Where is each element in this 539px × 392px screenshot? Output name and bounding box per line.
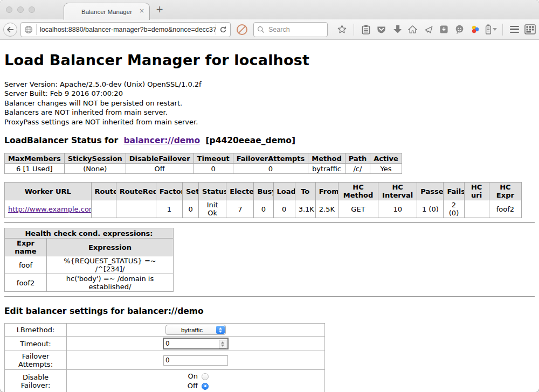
send-plane-icon — [424, 25, 433, 34]
new-tab-button[interactable]: + — [156, 4, 163, 15]
reading-list-icon — [362, 25, 370, 34]
balancer-status-table: MaxMembers StickySession DisableFailover… — [4, 153, 402, 174]
table-header-row: MaxMembers StickySession DisableFailover… — [5, 153, 402, 164]
table-title-row: Health check cond. expressions: — [5, 228, 174, 239]
back-button[interactable] — [3, 23, 17, 37]
colored-dots-icon — [470, 24, 480, 34]
search-bar[interactable] — [253, 22, 328, 37]
radio-off-label: Off — [188, 382, 198, 390]
url-input[interactable]: localhost:8880/balancer-manager?b=demo&n… — [37, 26, 216, 33]
smiley-icon — [454, 24, 465, 34]
bookmark-star-icon — [337, 24, 347, 34]
square-download-icon — [439, 25, 448, 34]
browser-window: Balancer Manager × + localhost:8880/bala… — [0, 0, 539, 392]
downloads-button[interactable] — [389, 22, 405, 38]
server-version: Server Version: Apache/2.5.0-dev (Unix) … — [4, 80, 535, 89]
toolbar-buttons — [334, 22, 538, 38]
search-icon — [257, 26, 265, 33]
server-built: Server Built: Feb 9 2016 07:00:20 — [4, 89, 535, 99]
page-title: Load Balancer Manager for localhost — [4, 52, 535, 68]
back-icon — [6, 26, 14, 33]
chevron-down-icon — [493, 28, 497, 31]
table-header-row: Expr name Expression — [5, 239, 174, 256]
reload-button[interactable] — [216, 26, 230, 33]
divider — [4, 222, 535, 223]
balancer-demo-link[interactable]: balancer://demo — [123, 136, 200, 145]
divider — [4, 296, 535, 297]
notice-inherit: Balancers are NOT inherited from main se… — [4, 108, 535, 117]
failover-attempts-label: Failover Attempts: — [5, 351, 67, 370]
toolbar-divider — [354, 24, 354, 36]
table-row: http://www.example.com/ 1 0 Init Ok 7 0 … — [5, 200, 522, 218]
failover-attempts-row: Failover Attempts: — [5, 351, 325, 370]
tab-bar: Balancer Manager × + — [0, 0, 539, 19]
send-tab-button[interactable] — [420, 22, 436, 38]
failover-on-radio[interactable] — [202, 373, 209, 380]
worker-url-link[interactable]: http://www.example.com/ — [8, 205, 91, 213]
reload-icon — [219, 26, 227, 33]
lbmethod-select[interactable]: bytraffic — [165, 325, 226, 335]
balancer-settings-form: LBmethod: bytraffic Timeout: 0 — [4, 323, 325, 392]
toolbar-divider — [502, 24, 503, 36]
hamburger-icon — [510, 26, 519, 33]
timeout-label: Timeout: — [5, 337, 67, 351]
window-controls — [6, 6, 35, 13]
chat-smiley-button[interactable] — [452, 22, 467, 38]
home-icon — [407, 25, 418, 34]
minimize-window-button[interactable] — [17, 6, 24, 13]
browser-tab[interactable]: Balancer Manager × — [64, 3, 150, 20]
notice-proxypass: ProxyPass settings are NOT inherited fro… — [4, 117, 535, 127]
timeout-input[interactable]: 0 — [163, 338, 229, 349]
radio-on-label: On — [188, 372, 198, 381]
table-header-row: Worker URL Route RouteRedir Factor Set S… — [5, 183, 522, 200]
lbmethod-row: LBmethod: bytraffic — [5, 324, 325, 337]
failover-off-radio[interactable] — [202, 383, 209, 390]
search-input[interactable] — [267, 25, 321, 34]
nav-toolbar: localhost:8880/balancer-manager?b=demo&n… — [0, 19, 539, 40]
url-bar[interactable]: localhost:8880/balancer-manager?b=demo&n… — [20, 22, 231, 37]
worker-status-table: Worker URL Route RouteRedir Factor Set S… — [4, 182, 522, 218]
download-arrow-icon — [392, 25, 402, 34]
menu-button[interactable] — [507, 22, 522, 38]
disable-failover-row: Disable Failover: On Off — [5, 370, 325, 392]
lbmethod-label: LBmethod: — [5, 324, 67, 337]
globe-icon — [24, 25, 33, 34]
table-row: foof %{REQUEST_STATUS} =~ /^[234]/ — [5, 256, 174, 274]
table-row: 6 [1 Used] (None) Off 0 0 bytraffic /c/ … — [5, 164, 402, 174]
tab-title: Balancer Manager — [81, 9, 132, 15]
home-button[interactable] — [405, 22, 420, 38]
page-content: Load Balancer Manager for localhost Serv… — [0, 40, 539, 392]
tiles-button[interactable] — [522, 22, 538, 38]
server-info: Server Version: Apache/2.5.0-dev (Unix) … — [4, 80, 535, 127]
number-spinner-icon[interactable] — [219, 340, 226, 348]
edit-settings-heading: Edit balancer settings for balancer://de… — [4, 306, 535, 316]
disable-failover-label: Disable Failover: — [5, 370, 67, 392]
battery-extension-button[interactable] — [483, 22, 499, 38]
timeout-row: Timeout: 0 — [5, 337, 325, 351]
battery-icon — [485, 24, 492, 34]
pocket-icon — [376, 25, 386, 34]
select-stepper-icon — [216, 326, 225, 334]
reading-list-button[interactable] — [358, 22, 374, 38]
health-check-table: Health check cond. expressions: Expr nam… — [4, 228, 174, 292]
tiles-icon — [524, 24, 536, 34]
notice-persist: Balancer changes will NOT be persisted o… — [4, 99, 535, 108]
pocket-button[interactable] — [374, 22, 389, 38]
tab-close-icon[interactable]: × — [139, 8, 144, 14]
content-block-icon[interactable] — [237, 24, 247, 35]
zoom-window-button[interactable] — [29, 6, 35, 13]
colored-dots-extension-button[interactable] — [467, 22, 483, 38]
table-row: foof2 hc('body') =~ /domain is establish… — [5, 274, 174, 292]
site-identity-button[interactable] — [21, 25, 36, 34]
close-window-button[interactable] — [6, 6, 12, 13]
bookmark-star-button[interactable] — [334, 22, 350, 38]
loadbalancer-status-heading: LoadBalancer Status for balancer://demo … — [4, 136, 535, 145]
failover-attempts-input[interactable] — [163, 355, 228, 366]
save-page-button[interactable] — [436, 22, 452, 38]
